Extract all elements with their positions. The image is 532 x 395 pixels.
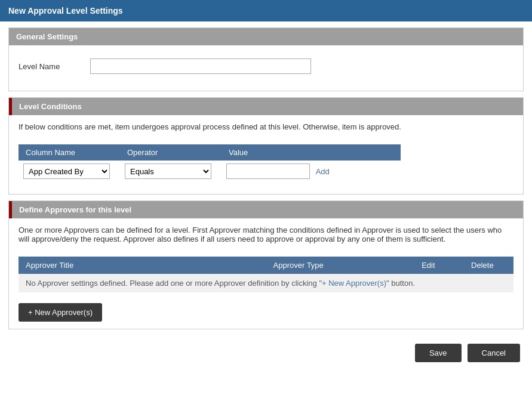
level-name-label: Level Name [19,62,90,71]
conditions-table: Column Name Operator Value App Created B… [19,144,401,182]
operator-select[interactable]: Equals Not Equals Contains [125,163,211,179]
col-header-column-name: Column Name [19,144,120,161]
level-conditions-header: Level Conditions [9,98,523,115]
operator-cell: Equals Not Equals Contains [120,161,222,182]
level-conditions-section: Level Conditions If below conditions are… [8,97,524,195]
no-approver-row: No Approver settings defined. Please add… [19,274,513,292]
conditions-table-row: App Created By App Name App Type Departm… [19,161,401,182]
conditions-description: If below conditions are met, item underg… [19,122,513,131]
page-title: New Approval Level Settings [8,6,123,16]
general-settings-header: General Settings [9,28,523,45]
level-conditions-content: If below conditions are met, item underg… [9,115,523,194]
column-name-cell: App Created By App Name App Type Departm… [19,161,120,182]
define-approvers-header: Define Approvers for this level [9,201,523,218]
add-link[interactable]: Add [316,167,330,176]
value-cell: Add [222,161,401,182]
footer-buttons: Save Cancel [0,335,532,371]
col-header-approver-title: Approver Title [19,257,266,274]
define-approvers-section: Define Approvers for this level One or m… [8,200,524,329]
column-name-select[interactable]: App Created By App Name App Type Departm… [23,163,110,179]
define-approvers-content: One or more Approvers can be defined for… [9,218,523,329]
level-name-row: Level Name [19,58,513,74]
value-input[interactable] [226,163,310,179]
cancel-button[interactable]: Cancel [468,344,520,362]
general-settings-content: Level Name [9,45,523,91]
save-button[interactable]: Save [415,344,462,362]
col-header-operator: Operator [120,144,222,161]
approvers-description: One or more Approvers can be defined for… [19,226,513,243]
col-header-value: Value [222,144,401,161]
new-approver-link-inline[interactable]: + New Approver(s) [322,279,386,288]
col-header-edit: Edit [414,257,464,274]
col-header-delete: Delete [464,257,513,274]
col-header-approver-type: Approver Type [266,257,415,274]
new-approver-button[interactable]: + New Approver(s) [19,303,102,322]
level-name-input[interactable] [90,58,311,74]
approvers-table-header-row: Approver Title Approver Type Edit Delete [19,257,513,274]
approvers-table: Approver Title Approver Type Edit Delete… [19,257,513,292]
page-header: New Approval Level Settings [0,0,532,21]
conditions-table-header-row: Column Name Operator Value [19,144,401,161]
no-approver-message: No Approver settings defined. Please add… [19,274,513,292]
general-settings-section: General Settings Level Name [8,27,524,91]
